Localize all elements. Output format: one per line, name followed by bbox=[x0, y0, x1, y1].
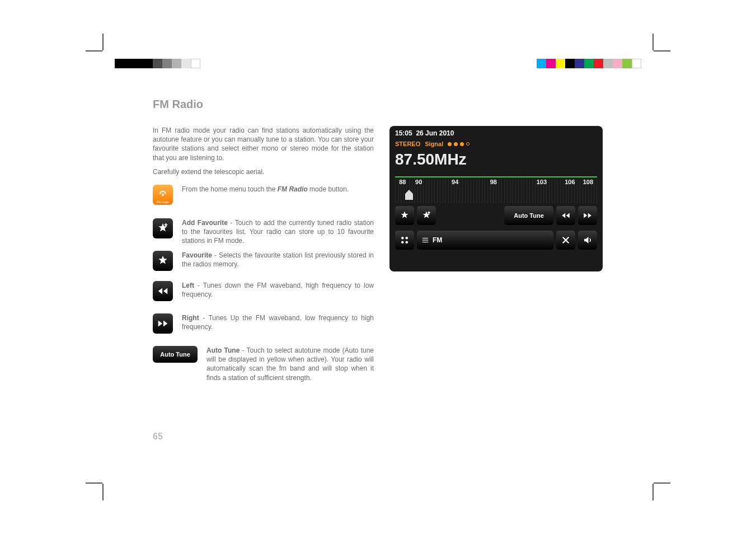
autotune-button[interactable]: Auto Tune bbox=[504, 206, 553, 225]
svg-point-5 bbox=[401, 237, 404, 240]
page-title: FM Radio bbox=[153, 98, 203, 111]
calibration-bar-left bbox=[115, 59, 200, 68]
volume-button[interactable] bbox=[578, 231, 597, 250]
frequency-display: 87.50MHz bbox=[389, 149, 603, 176]
star-plus-icon bbox=[153, 218, 173, 238]
autotune-button-doc: Auto Tune bbox=[153, 346, 198, 363]
svg-rect-9 bbox=[422, 238, 429, 238]
tune-right-button[interactable] bbox=[578, 206, 597, 225]
svg-point-7 bbox=[401, 241, 404, 244]
addfav-text: Add Favourite - Touch to add the current… bbox=[182, 218, 374, 246]
tune-left-button[interactable] bbox=[556, 206, 575, 225]
svg-point-8 bbox=[406, 241, 408, 244]
autotune-text: Auto Tune - Touch to select autotune mod… bbox=[206, 346, 374, 382]
svg-rect-11 bbox=[422, 242, 429, 242]
row-autotune: Auto Tune Auto Tune - Touch to select au… bbox=[153, 346, 374, 382]
apps-button[interactable] bbox=[395, 231, 414, 250]
radio-screen: 15:05 26 Jun 2010 STEREO Signal 87.50MHz… bbox=[389, 126, 603, 271]
aerial-text: Carefully extend the telescopic aerial. bbox=[153, 168, 374, 176]
frequency-dial[interactable]: 88 90 94 98 103 106 108 bbox=[395, 176, 597, 203]
page-number: 65 bbox=[153, 432, 163, 442]
svg-rect-10 bbox=[422, 240, 429, 240]
row-fmradio: FM Radio From the home menu touch the FM… bbox=[153, 185, 374, 205]
fmradio-text: From the home menu touch the FM Radio mo… bbox=[182, 185, 374, 194]
signal-dots bbox=[448, 142, 469, 146]
fm-menu-button[interactable]: FM bbox=[417, 231, 553, 250]
rewind-icon bbox=[153, 281, 173, 301]
intro-text: In FM radio mode your radio can find sta… bbox=[153, 126, 374, 162]
signal-label: Signal bbox=[425, 140, 443, 147]
fm-radio-icon: FM Radio bbox=[153, 185, 173, 205]
right-text: Right - Tunes Up the FM waveband, low fr… bbox=[182, 313, 374, 331]
svg-rect-0 bbox=[162, 194, 164, 196]
forward-icon bbox=[153, 313, 173, 334]
favourite-button[interactable] bbox=[395, 206, 414, 225]
svg-point-6 bbox=[406, 237, 408, 240]
svg-rect-4 bbox=[428, 212, 430, 213]
close-button[interactable] bbox=[556, 231, 575, 250]
left-text: Left - Tunes down the FM waveband, high … bbox=[182, 281, 374, 299]
stereo-label: STEREO bbox=[395, 140, 420, 147]
svg-rect-2 bbox=[165, 224, 168, 226]
row-fav: Favourite - Selects the favourite statio… bbox=[153, 251, 374, 271]
row-right: Right - Tunes Up the FM waveband, low fr… bbox=[153, 313, 374, 334]
screen-time: 15:05 bbox=[395, 129, 412, 137]
row-left: Left - Tunes down the FM waveband, high … bbox=[153, 281, 374, 301]
fav-text: Favourite - Selects the favourite statio… bbox=[182, 251, 374, 269]
row-addfav: Add Favourite - Touch to add the current… bbox=[153, 218, 374, 246]
add-favourite-button[interactable] bbox=[417, 206, 436, 225]
star-icon bbox=[153, 251, 173, 271]
calibration-bar-right bbox=[537, 59, 641, 68]
screen-date: 26 Jun 2010 bbox=[416, 129, 454, 137]
dial-pointer[interactable] bbox=[405, 190, 413, 200]
